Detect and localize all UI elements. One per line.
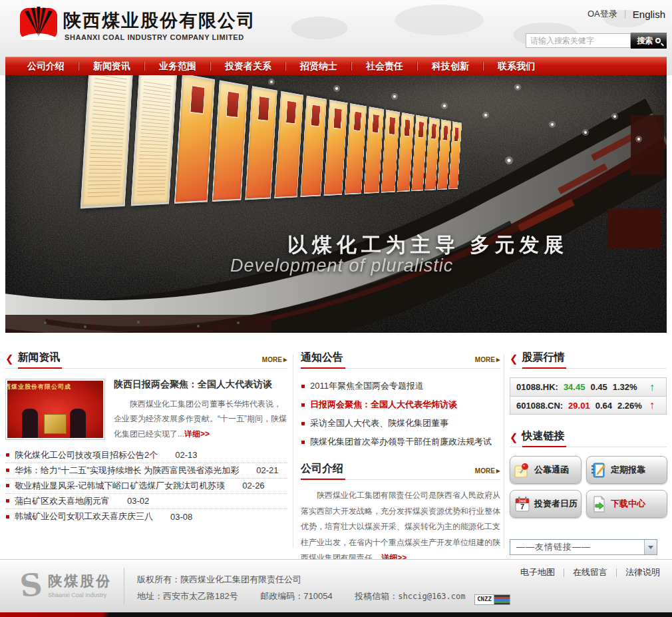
footer-logo-en: Shaanxi Coal Industry (48, 592, 112, 598)
notice-item-text: 日报两会聚焦：全国人大代表华炜访谈 (310, 399, 457, 411)
calendar-icon: JAN 7 (514, 495, 532, 513)
nav-item-innovation[interactable]: 科技创新 (418, 61, 483, 73)
footer-copyright: 版权所有：陕西煤业化工集团有限责任公司 (137, 571, 510, 588)
stock-code: 01088.HK: (516, 382, 558, 392)
nav-item-responsibility[interactable]: 社会责任 (352, 61, 417, 73)
up-arrow-icon: ↑ (649, 400, 655, 411)
stock-percent: 2.26% (617, 401, 642, 411)
stock-code: 601088.CN: (516, 401, 563, 411)
divider (564, 568, 564, 577)
conveyor-belt-graphic (5, 75, 667, 333)
stock-price: 34.45 (564, 382, 586, 392)
pin-note-icon (514, 461, 532, 479)
about-section-title: 公司介绍 (301, 462, 343, 475)
notice-list-item[interactable]: 2011年聚焦全国两会专题报道 (301, 377, 500, 395)
footer-address: 地址：西安市太乙路182号 (137, 591, 238, 601)
thumbnail-figure (22, 409, 38, 438)
section-arrow-icon: ❮ (510, 353, 518, 363)
cnzz-badge[interactable]: CNZZ (474, 594, 510, 605)
news-list-item[interactable]: 蒲白矿区欢天喜地闹元宵03-02 (5, 494, 287, 509)
news-item-text: 陕化煤化工公司技改项目招标公告2个 (15, 449, 158, 461)
stock-quick-section: ❮ 股票行情 01088.HK: 34.45 0.45 1.32% ↑ 6010… (510, 351, 667, 555)
thumbnail-banner-text: 西煤业股份有限公司成 (7, 383, 71, 391)
footer-link-map[interactable]: 电子地图 (520, 566, 555, 578)
notebook-pencil-icon (590, 461, 608, 479)
footer-copyright-block: 版权所有：陕西煤业化工集团有限责任公司 地址：西安市太乙路182号 邮政编码：7… (137, 571, 510, 605)
announcements-button-label: 公靠通函 (534, 464, 569, 476)
stock-change: 0.64 (595, 401, 612, 411)
search-input[interactable] (526, 33, 631, 48)
news-list: 陕化煤化工公司技改项目招标公告2个02-13 华炜：给力“十二五”实现持续增长 … (5, 448, 287, 524)
section-arrow-icon: ❮ (510, 432, 518, 442)
periodic-reports-button[interactable]: 定期报靠 (586, 456, 667, 484)
more-label: MORE (262, 356, 282, 363)
footer-links: 电子地图 在线留言 法律说明 (520, 566, 660, 578)
notice-item-text: 采访全国人大代表、陕煤化集团董事 (310, 417, 448, 429)
news-list-item[interactable]: 韩城矿业公司女职工欢天喜庆庆三八03-08 (5, 509, 287, 524)
friend-links-select[interactable]: ——友情链接—— (510, 539, 657, 555)
nav-item-investor[interactable]: 投资者关系 (211, 61, 285, 73)
column-divider (504, 355, 504, 548)
friend-links-label: ——友情链接—— (510, 541, 591, 553)
announcements-button[interactable]: 公靠通函 (510, 456, 582, 484)
footer-logo-icon: S (19, 568, 44, 601)
nav-item-recruit[interactable]: 招贤纳士 (286, 61, 351, 73)
notice-list-item[interactable]: 陕煤化集团首次举办领导干部任前廉政法规考试 (301, 433, 500, 451)
hero-slogan-cn: 以煤化工为主导 多元发展 (287, 232, 568, 259)
download-center-button[interactable]: 下载中心 (586, 490, 667, 518)
hero-slogan-en: Development of pluralistic (230, 256, 453, 276)
stock-row-hk[interactable]: 01088.HK: 34.45 0.45 1.32% ↑ (510, 378, 666, 396)
more-label: MORE (475, 356, 495, 363)
news-list-item[interactable]: 陕化煤化工公司技改项目招标公告2个02-13 (5, 448, 287, 463)
featured-news-thumbnail[interactable]: 西煤业股份有限公司成 (5, 379, 105, 440)
investor-calendar-button-label: 投资者日历 (534, 498, 578, 510)
news-list-item[interactable]: 敬业精业显风采-记韩城下峪口矿选煤厂女跳汰司机苏瑛02-26 (5, 479, 287, 494)
featured-news: 西煤业股份有限公司成 陕西日报两会聚焦：全国人大代表访谈 陕西煤业化工集团公司董… (5, 379, 287, 441)
nav-item-business[interactable]: 业务范围 (145, 61, 210, 73)
footer-divider (124, 568, 124, 605)
section-arrow-icon: ❮ (5, 353, 14, 363)
investor-calendar-button[interactable]: JAN 7 投资者日历 (510, 490, 582, 518)
company-name-cn: 陕西煤业股份有限公司 (63, 9, 256, 33)
stock-percent: 1.32% (613, 382, 637, 392)
news-item-text: 韩城矿业公司女职工欢天喜庆庆三八 (15, 511, 153, 522)
nav-item-contact[interactable]: 联系我们 (484, 61, 549, 73)
notice-list-item[interactable]: 采访全国人大代表、陕煤化集团董事 (301, 414, 500, 433)
notices-section-title: 通知公告 (301, 351, 343, 363)
news-item-text: 华炜：给力“十二五”实现持续增长 为陕西富民强省添光加彩 (15, 465, 239, 477)
news-list-item[interactable]: 华炜：给力“十二五”实现持续增长 为陕西富民强省添光加彩02-21 (5, 463, 287, 479)
featured-news-detail-link[interactable]: 详细>> (184, 429, 210, 439)
notice-list-item-highlighted[interactable]: 日报两会聚焦：全国人大代表华炜访谈 (301, 395, 500, 414)
footer-postcode: 邮政编码：710054 (260, 591, 332, 601)
main-nav: 公司介绍 新闻资讯 业务范围 投资者关系 招贤纳士 社会责任 科技创新 联系我们 (5, 57, 667, 75)
more-arrow-icon: ▶ (496, 468, 500, 474)
stock-section-title: 股票行情 (522, 351, 565, 363)
notices-more-link[interactable]: MORE ▶ (475, 356, 500, 363)
calendar-day: 7 (520, 503, 524, 511)
footer-link-legal[interactable]: 法律说明 (625, 566, 660, 578)
nav-item-news[interactable]: 新闻资讯 (79, 61, 144, 73)
main-content: ❮ 新闻资讯 MORE ▶ 西煤业股份有限公司成 陕西日报两会聚焦：全国人大代表… (0, 336, 672, 559)
column-divider (293, 355, 293, 548)
about-more-link[interactable]: MORE ▶ (475, 467, 500, 475)
more-arrow-icon: ▶ (496, 357, 500, 363)
news-more-link[interactable]: MORE ▶ (262, 356, 287, 363)
footer-link-message[interactable]: 在线留言 (573, 566, 607, 578)
oa-login-link[interactable]: OA登录 (588, 8, 617, 20)
nav-item-company[interactable]: 公司介绍 (5, 61, 79, 73)
stock-change: 0.45 (590, 382, 607, 392)
featured-news-title[interactable]: 陕西日报两会聚焦：全国人大代表访谈 (114, 379, 287, 391)
english-link[interactable]: English (633, 9, 665, 20)
company-name-en: SHAANXI COAL INDUSTRY COMPANY LIMITED (65, 33, 244, 41)
cnzz-stripes-icon (494, 595, 510, 604)
news-item-date: 02-21 (256, 465, 278, 475)
download-center-button-label: 下载中心 (611, 498, 645, 510)
more-arrow-icon: ▶ (283, 357, 287, 363)
more-label: MORE (475, 467, 495, 475)
notice-item-text: 2011年聚焦全国两会专题报道 (310, 380, 424, 392)
stock-row-cn[interactable]: 601088.CN: 29.01 0.64 2.26% ↑ (510, 396, 666, 414)
search-icon (655, 38, 661, 43)
notice-list: 2011年聚焦全国两会专题报道 日报两会聚焦：全国人大代表华炜访谈 采访全国人大… (301, 377, 500, 451)
select-dropdown-button[interactable] (644, 540, 657, 554)
search-button[interactable]: 搜索 (631, 33, 667, 49)
